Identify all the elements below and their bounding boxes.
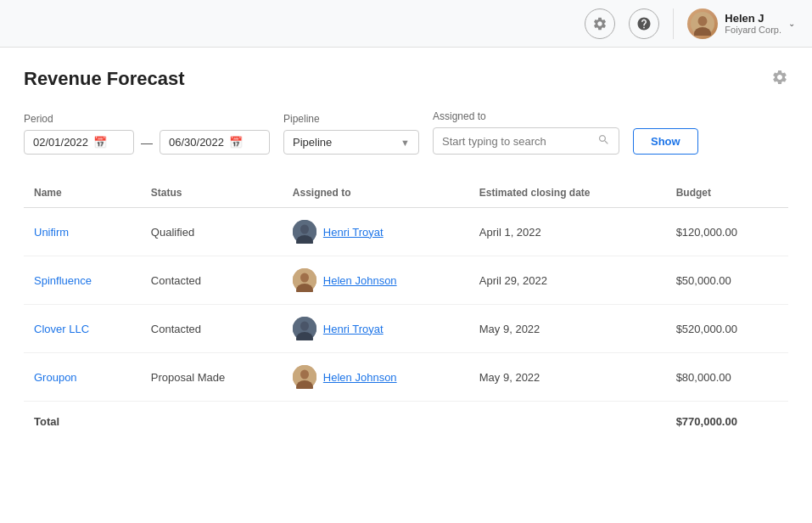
filter-row: Period 02/01/2022 📅 — 06/30/2022 📅 Pipel… [24,110,788,155]
person-name-link[interactable]: Henri Troyat [323,226,384,239]
user-info: Helen J Foiyard Corp. [725,12,781,35]
svg-point-7 [300,273,309,283]
col-header-budget: Budget [666,178,788,208]
person-avatar [293,220,316,244]
user-name: Helen J [725,12,781,25]
date-to-value: 06/30/2022 [169,136,224,149]
user-avatar-image [691,12,714,36]
assigned-search-container[interactable] [433,127,619,155]
cell-budget: $520,000.00 [666,305,788,353]
pipeline-select[interactable]: Pipeline ▼ [283,130,419,155]
page-title: Revenue Forecast [24,68,185,90]
cell-status: Qualified [141,208,283,256]
svg-point-10 [300,322,309,331]
help-button[interactable] [629,8,659,39]
cell-budget: $50,000.00 [666,256,788,305]
cell-assigned: Henri Troyat [283,208,469,256]
cell-company-name: Spinfluence [24,256,141,305]
table-row: SpinfluenceContactedHelen JohnsonApril 2… [24,256,788,305]
user-company: Foiyard Corp. [725,25,781,35]
top-nav-bar: Helen J Foiyard Corp. ⌄ [0,0,812,48]
company-link[interactable]: Spinfluence [34,274,92,287]
page-settings-icon[interactable] [771,69,788,90]
cell-status: Contacted [141,305,283,353]
cell-assigned: Helen Johnson [283,256,469,305]
avatar [687,8,718,39]
pipeline-filter-group: Pipeline Pipeline ▼ [283,113,419,155]
cell-assigned: Helen Johnson [283,353,469,402]
cell-assigned: Henri Troyat [283,305,469,353]
total-amount: $770,000.00 [666,402,788,436]
total-row: Total$770,000.00 [24,402,788,436]
col-header-assigned: Assigned to [283,178,469,208]
col-header-closing-date: Estimated closing date [469,178,666,208]
assigned-label: Assigned to [433,110,619,122]
total-label: Total [24,402,141,436]
pipeline-value: Pipeline [293,136,332,149]
table-row: UnifirmQualifiedHenri TroyatApril 1, 202… [24,208,788,256]
table-header: Name Status Assigned to Estimated closin… [24,178,788,208]
date-from-value: 02/01/2022 [33,136,88,149]
person-name-link[interactable]: Helen Johnson [323,274,397,287]
period-label: Period [24,113,270,125]
svg-point-1 [698,16,708,26]
calendar-from-icon: 📅 [93,136,107,149]
cell-closing-date: May 9, 2022 [469,353,666,402]
revenue-table: Name Status Assigned to Estimated closin… [24,178,788,435]
svg-point-4 [300,225,309,234]
table-row: GrouponProposal MadeHelen JohnsonMay 9, … [24,353,788,402]
date-from-input[interactable]: 02/01/2022 📅 [24,130,134,155]
person-avatar [293,317,316,340]
company-link[interactable]: Groupon [34,371,77,384]
main-content: Revenue Forecast Period 02/01/2022 📅 — 0… [0,48,812,455]
chevron-down-pipeline-icon: ▼ [400,138,410,148]
date-range: 02/01/2022 📅 — 06/30/2022 📅 [24,130,270,155]
table-row: Clover LLCContactedHenri TroyatMay 9, 20… [24,305,788,353]
cell-company-name: Groupon [24,353,141,402]
cell-status: Contacted [141,256,283,305]
cell-closing-date: April 29, 2022 [469,256,666,305]
show-button[interactable]: Show [633,128,698,155]
user-menu[interactable]: Helen J Foiyard Corp. ⌄ [673,8,795,39]
chevron-down-icon: ⌄ [788,19,795,28]
svg-point-13 [300,370,309,380]
col-header-status: Status [141,178,283,208]
period-filter-group: Period 02/01/2022 📅 — 06/30/2022 📅 [24,113,270,155]
company-link[interactable]: Unifirm [34,226,69,239]
cell-budget: $120,000.00 [666,208,788,256]
person-name-link[interactable]: Helen Johnson [323,371,397,384]
table-body: UnifirmQualifiedHenri TroyatApril 1, 202… [24,208,788,436]
person-avatar [293,365,316,389]
gear-icon [592,16,608,31]
cell-budget: $80,000.00 [666,353,788,402]
assigned-filter-group: Assigned to [433,110,619,155]
cell-company-name: Unifirm [24,208,141,256]
cell-company-name: Clover LLC [24,305,141,353]
person-name-link[interactable]: Henri Troyat [323,323,384,335]
calendar-to-icon: 📅 [229,136,243,149]
settings-button[interactable] [585,8,615,39]
top-bar-icons: Helen J Foiyard Corp. ⌄ [585,8,795,39]
total-empty-2 [283,402,469,436]
total-empty-1 [141,402,283,436]
cell-closing-date: April 1, 2022 [469,208,666,256]
page-header: Revenue Forecast [24,68,788,90]
total-empty-3 [469,402,666,436]
help-icon [636,16,652,31]
cell-status: Proposal Made [141,353,283,402]
search-icon [597,133,610,149]
pipeline-label: Pipeline [283,113,419,125]
date-to-input[interactable]: 06/30/2022 📅 [160,130,270,155]
company-link[interactable]: Clover LLC [34,323,89,335]
col-header-name: Name [24,178,141,208]
assigned-search-input[interactable] [442,135,592,148]
cell-closing-date: May 9, 2022 [469,305,666,353]
person-avatar [293,268,316,292]
date-separator: — [141,136,153,149]
